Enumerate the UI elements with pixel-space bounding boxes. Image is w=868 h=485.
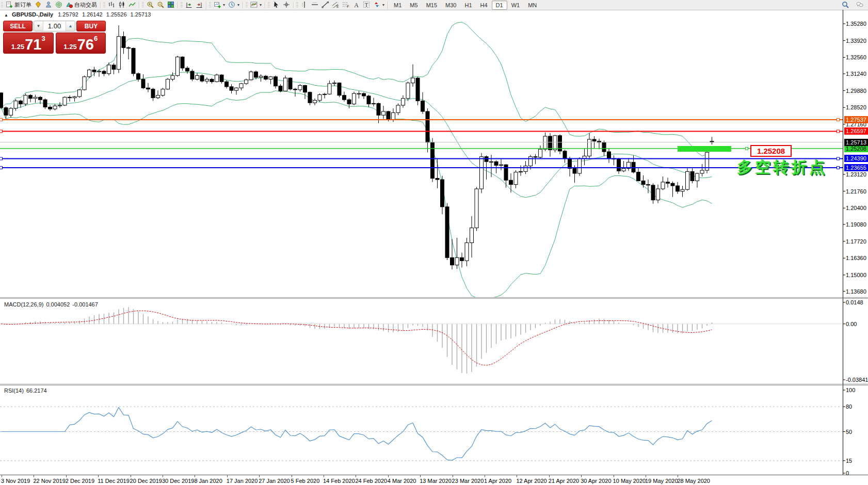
sell-price-tile[interactable]: 1.25713 — [3, 33, 54, 54]
bearish-candle — [132, 48, 135, 74]
bearish-candle — [147, 88, 150, 89]
time-axis-label: 11 Dec 2019 — [98, 478, 130, 484]
time-axis-tick — [420, 475, 421, 477]
bullish-candle — [480, 157, 484, 189]
bearish-candle — [181, 57, 184, 68]
bullish-candle — [171, 75, 174, 79]
bearish-candle — [563, 151, 567, 158]
time-axis-label: 27 Jan 2020 — [259, 478, 290, 484]
bullish-candle — [681, 189, 684, 191]
time-axis-label: 8 Jan 2020 — [194, 478, 222, 484]
time-axis-label: 19 May 2020 — [645, 478, 678, 484]
rsi-panel[interactable] — [0, 407, 843, 461]
bearish-candle — [534, 157, 537, 157]
main-price-panel[interactable] — [0, 22, 843, 298]
bearish-candle — [288, 78, 292, 89]
time-axis-label: 23 Mar 2020 — [452, 478, 484, 484]
bearish-candle — [102, 71, 106, 74]
time-axis-label: 12 Apr 2020 — [516, 478, 546, 484]
bullish-candle — [406, 83, 410, 99]
line-anchor-handle[interactable] — [0, 118, 3, 121]
price-axis-tick: 1.15000 — [846, 272, 866, 278]
macd-signal-line — [1, 311, 712, 365]
time-axis-label: 3 Nov 2019 — [1, 478, 30, 484]
price-axis-tick: 1.21760 — [846, 188, 866, 195]
time-axis-tick — [227, 475, 228, 477]
buy-price-pip: 6 — [94, 35, 98, 42]
bullish-candle — [78, 90, 82, 96]
line-anchor-handle[interactable] — [837, 157, 840, 160]
bullish-candle — [196, 75, 199, 79]
level-price-badge: 1.26597 — [844, 127, 868, 135]
bullish-candle — [539, 149, 542, 157]
line-anchor-handle[interactable] — [746, 147, 748, 150]
bearish-candle — [592, 139, 596, 141]
bearish-candle — [303, 86, 307, 92]
bearish-candle — [254, 72, 258, 77]
price-axis-tick: 1.23120 — [846, 171, 866, 177]
sell-price-big: 71 — [25, 37, 41, 52]
bearish-candle — [39, 97, 42, 100]
bearish-candle — [362, 93, 366, 96]
line-anchor-handle[interactable] — [837, 130, 840, 133]
bullish-candle — [333, 83, 336, 84]
bearish-candle — [387, 111, 390, 120]
current-price-badge: 1.25713 — [844, 139, 868, 146]
line-anchor-handle[interactable] — [0, 130, 3, 133]
sell-button[interactable]: SELL — [3, 21, 33, 31]
bullish-candle — [63, 97, 67, 105]
bearish-candle — [337, 83, 341, 95]
sell-price-pip: 3 — [41, 35, 45, 42]
one-click-trading-panel: SELL ▼ 1.00 ▲ BUY 1.25713 1.25766 — [3, 21, 106, 54]
bullish-candle — [401, 99, 405, 105]
bearish-candle — [568, 158, 572, 168]
collapse-marker[interactable]: ▲ — [4, 13, 8, 18]
volume-decrease-button[interactable]: ▼ — [34, 21, 43, 31]
bullish-candle — [490, 161, 493, 162]
time-axis-label: 21 Apr 2020 — [549, 478, 579, 484]
bearish-candle — [347, 100, 351, 104]
bullish-candle — [58, 105, 62, 106]
time-axis-tick — [581, 475, 582, 477]
ohlc-high: 1.26142 — [82, 11, 103, 18]
line-anchor-handle[interactable] — [837, 118, 840, 121]
support-highlight-bar[interactable] — [678, 146, 731, 152]
price-callout-label[interactable]: 1.25208 — [750, 145, 792, 157]
bearish-candle — [637, 172, 640, 181]
time-axis-tick — [549, 475, 550, 477]
bullish-candle — [455, 257, 459, 265]
line-anchor-handle[interactable] — [0, 167, 3, 169]
bullish-candle — [524, 166, 527, 172]
buy-price-prefix: 1.25 — [63, 42, 76, 52]
bullish-candle — [519, 171, 523, 172]
buy-price-tile[interactable]: 1.25766 — [56, 33, 106, 54]
bearish-candle — [509, 180, 513, 184]
line-anchor-handle[interactable] — [837, 167, 840, 169]
price-axis-tick: 1.17720 — [846, 238, 866, 245]
line-anchor-handle[interactable] — [0, 157, 3, 160]
time-axis-tick — [2, 475, 2, 477]
macd-panel[interactable] — [0, 307, 843, 374]
volume-input[interactable]: 1.00 — [43, 21, 66, 31]
bullish-candle — [166, 79, 170, 89]
bullish-candle — [470, 228, 474, 243]
bullish-candle — [318, 95, 322, 101]
time-axis-tick — [678, 475, 678, 477]
bullish-candle — [161, 89, 165, 95]
rsi-axis-tick: 80 — [846, 403, 852, 410]
bearish-candle — [112, 65, 116, 69]
rsi-axis-tick: 15 — [846, 458, 852, 464]
time-axis-tick — [66, 475, 67, 477]
bearish-candle — [225, 82, 229, 87]
bullish-candle — [313, 100, 317, 103]
macd-axis-tick: -0.038415 — [846, 377, 868, 383]
bearish-candle — [617, 159, 621, 171]
volume-increase-button[interactable]: ▲ — [66, 21, 75, 31]
bearish-candle — [504, 165, 508, 180]
level-price-badge: 1.24390 — [844, 155, 868, 162]
bullish-candle — [411, 78, 415, 83]
bearish-candle — [4, 108, 8, 115]
chart-plot-area[interactable] — [0, 0, 868, 476]
buy-button[interactable]: BUY — [76, 21, 106, 31]
cn-annotation-text[interactable]: 多空转折点 — [737, 157, 827, 178]
